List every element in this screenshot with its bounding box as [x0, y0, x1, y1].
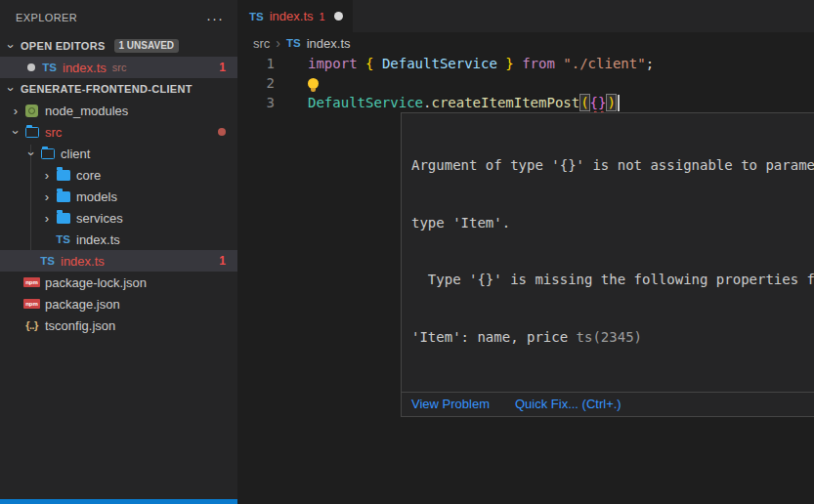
unsaved-dot-icon[interactable] [334, 12, 343, 21]
code-line-1: 1 import { DefaultService } from "./clie… [237, 54, 814, 73]
explorer-sidebar: EXPLORER ··· › OPEN EDITORS 1 UNSAVED TS… [0, 0, 237, 504]
folder-icon [57, 191, 70, 202]
tree-item-label: client [61, 147, 90, 161]
keyword-import: import [308, 56, 365, 71]
chevron-right-icon: › [276, 35, 280, 51]
line-number: 3 [237, 95, 275, 110]
open-editor-folder-hint: src [112, 62, 127, 73]
tab-title: index.ts [270, 9, 314, 23]
tree-item-label: index.ts [76, 232, 120, 247]
unsaved-dot-icon[interactable] [27, 63, 35, 71]
lightbulb-icon[interactable] [308, 78, 319, 89]
unsaved-count-badge: 1 UNSAVED [114, 39, 180, 53]
tree-item-src-index-ts[interactable]: TS index.ts 1 [0, 250, 237, 272]
tab-error-count: 1 [320, 11, 325, 22]
open-editor-filename: index.ts [63, 61, 107, 75]
dot-operator: . [423, 95, 431, 110]
breadcrumb-file[interactable]: index.ts [307, 36, 351, 51]
tab-bar: TS index.ts 1 [237, 0, 814, 32]
tree-item-models[interactable]: › models [0, 186, 237, 207]
close-paren-bracket-match: ) [606, 94, 616, 111]
tree-item-package-json[interactable]: npm package.json [0, 293, 237, 315]
module-string: "./client" [563, 56, 645, 71]
tree-item-core[interactable]: › core [0, 164, 237, 186]
error-line: 'Item': name, price ts(2345) [411, 328, 814, 348]
typescript-file-icon: TS [40, 255, 55, 267]
tree-item-label: services [76, 211, 123, 226]
error-count-badge: 1 [219, 61, 226, 74]
error-line: type 'Item'. [411, 214, 814, 233]
error-count-badge: 1 [219, 254, 226, 268]
text-cursor [618, 95, 620, 111]
open-brace: { [365, 56, 373, 71]
chevron-right-icon: › [39, 169, 55, 182]
error-hover-tooltip: Argument of type '{}' is not assignable … [401, 112, 814, 417]
json-braces-icon: {..} [25, 319, 38, 331]
tree-item-tsconfig-json[interactable]: {..} tsconfig.json [0, 315, 237, 336]
open-editors-label: OPEN EDITORS [21, 40, 106, 52]
modified-dot-icon [218, 128, 226, 136]
error-message: Argument of type '{}' is not assignable … [402, 113, 814, 392]
editor-area: TS index.ts 1 src › TS index.ts 1 import… [237, 0, 814, 504]
error-line: Type '{}' is missing the following prope… [411, 271, 814, 290]
sidebar-header: EXPLORER ··· [0, 0, 237, 35]
more-actions-icon[interactable]: ··· [206, 10, 224, 26]
folder-open-icon [41, 148, 55, 159]
folder-icon [57, 213, 70, 224]
open-paren-bracket-match: ( [579, 94, 589, 111]
open-editor-item-index-ts[interactable]: TS index.ts src 1 [0, 57, 237, 78]
view-problem-link[interactable]: View Problem [411, 397, 490, 411]
close-brace: } [505, 56, 513, 71]
code-line-3: 3 DefaultService.createItemItemPost({}) [237, 93, 814, 112]
empty-object-arg-error: {} [590, 95, 607, 110]
chevron-right-icon: › [39, 190, 55, 203]
open-editors-section-header[interactable]: › OPEN EDITORS 1 UNSAVED [0, 35, 237, 57]
typescript-file-icon: TS [42, 62, 57, 73]
quick-fix-link[interactable]: Quick Fix... (Ctrl+.) [515, 397, 621, 411]
chevron-right-icon: › [8, 105, 23, 117]
error-line: Argument of type '{}' is not assignable … [411, 156, 814, 176]
keyword-from: from [514, 56, 564, 71]
tree-item-label: src [45, 125, 62, 140]
method-name: createItemItemPost [431, 95, 579, 110]
tree-item-node-modules[interactable]: › node_modules [0, 100, 237, 121]
tree-item-label: package.json [45, 297, 120, 312]
ts-error-code: ts(2345) [577, 329, 642, 345]
breadcrumb[interactable]: src › TS index.ts [237, 32, 814, 54]
tab-index-ts[interactable]: TS index.ts 1 [237, 0, 353, 32]
tree-item-label: index.ts [61, 254, 105, 269]
typescript-file-icon: TS [286, 37, 301, 49]
explorer-title: EXPLORER [16, 12, 77, 23]
tree-item-src[interactable]: › src [0, 121, 237, 143]
npm-file-icon: npm [23, 299, 40, 309]
semicolon: ; [646, 56, 654, 71]
folder-open-icon [25, 127, 39, 138]
code-line-2: 2 [237, 73, 814, 93]
typescript-file-icon: TS [249, 11, 264, 22]
tree-item-client-index-ts[interactable]: TS index.ts [0, 229, 237, 250]
tree-item-package-lock-json[interactable]: npm package-lock.json [0, 272, 237, 293]
tree-item-label: package-lock.json [45, 275, 147, 290]
line-number: 2 [237, 75, 275, 91]
tooltip-actions: View Problem Quick Fix... (Ctrl+.) [402, 392, 814, 416]
tree-item-label: models [76, 189, 117, 204]
tree-item-services[interactable]: › services [0, 207, 237, 229]
breadcrumb-folder[interactable]: src [253, 36, 270, 51]
class-identifier: DefaultService [308, 95, 423, 110]
folder-icon [57, 170, 70, 181]
workspace-name: GENERATE-FRONTEND-CLIENT [21, 83, 193, 95]
chevron-down-icon: › [5, 38, 18, 54]
npm-file-icon: npm [23, 277, 40, 287]
node-modules-folder-icon [25, 105, 38, 117]
import-identifier: DefaultService [373, 56, 505, 71]
chevron-down-icon: › [10, 124, 22, 140]
tree-item-label: node_modules [45, 104, 128, 118]
tree-item-client[interactable]: › client [0, 143, 237, 164]
typescript-file-icon: TS [56, 233, 70, 245]
sidebar-progress-bar [0, 499, 237, 504]
workspace-section-header[interactable]: › GENERATE-FRONTEND-CLIENT [0, 78, 237, 100]
chevron-right-icon: › [39, 212, 55, 225]
code-editor[interactable]: 1 import { DefaultService } from "./clie… [237, 54, 814, 112]
line-number: 1 [237, 56, 275, 71]
tree-item-label: core [76, 168, 101, 183]
